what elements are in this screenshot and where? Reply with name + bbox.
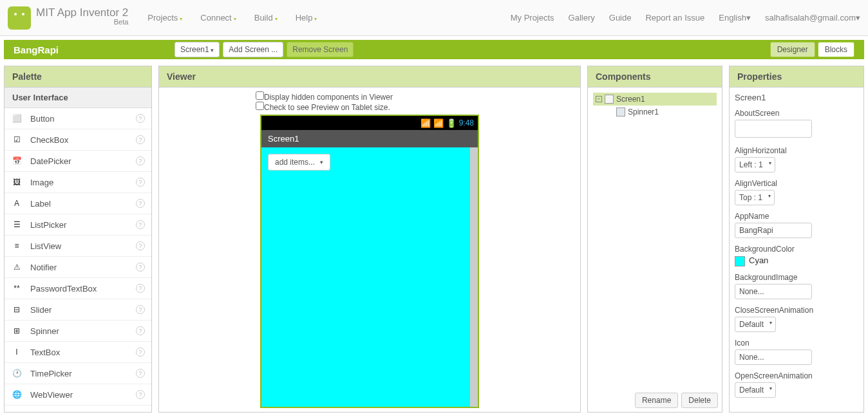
prop-backgroundcolor-color[interactable]: Cyan (735, 256, 858, 266)
palette-item-button[interactable]: ⬜ Button ? (5, 108, 151, 129)
spinner-icon (616, 107, 625, 116)
right-menu: My Projects Gallery Guide Report an Issu… (511, 13, 860, 23)
app-title: MIT App Inventor 2 (36, 6, 128, 19)
properties-panel: Properties Screen1 AboutScreenAlignHoriz… (729, 66, 864, 413)
prop-alignvertical-select[interactable]: Top : 1 (735, 190, 775, 205)
add-screen-button[interactable]: Add Screen ... (223, 42, 283, 57)
palette-item-label: WebViewer (30, 390, 136, 400)
help-icon[interactable]: ? (136, 135, 145, 144)
palette-item-datepicker[interactable]: 📅 DatePicker ? (5, 151, 151, 172)
help-icon[interactable]: ? (136, 390, 145, 399)
palette-item-label: ListPicker (30, 220, 136, 230)
help-icon[interactable]: ? (136, 241, 145, 250)
help-icon[interactable]: ? (136, 220, 145, 229)
link-gallery[interactable]: Gallery (569, 13, 595, 23)
palette-item-label: Label (30, 199, 136, 209)
help-icon[interactable]: ? (136, 284, 145, 293)
tree-spinner1[interactable]: Spinner1 (614, 106, 717, 118)
datepicker-icon: 📅 (11, 155, 23, 167)
menu-projects[interactable]: Projects▾ (147, 13, 182, 23)
screen-body[interactable]: add items... (261, 147, 478, 407)
checkbox-icon: ☑ (11, 134, 23, 145)
blocks-button[interactable]: Blocks (818, 42, 854, 57)
components-header: Components (588, 66, 722, 88)
checkbox-hidden[interactable] (256, 91, 264, 100)
prop-aboutscreen-input[interactable] (735, 120, 812, 138)
opt-tablet-preview[interactable]: Check to see Preview on Tablet size. (256, 102, 393, 112)
menu-language[interactable]: English▾ (719, 13, 751, 23)
help-icon[interactable]: ? (136, 305, 145, 314)
prop-closescreenanimation-select[interactable]: Default (735, 317, 776, 332)
palette-item-notifier[interactable]: ⚠ Notifier ? (5, 257, 151, 278)
screen-icon (605, 95, 614, 104)
palette-item-webviewer[interactable]: 🌐 WebViewer ? (5, 384, 151, 405)
prop-appname-input[interactable] (735, 223, 812, 238)
help-icon[interactable]: ? (136, 199, 145, 208)
prop-openscreenanimation-select[interactable]: Default (735, 382, 776, 398)
prop-label: AlignHorizontal (735, 146, 858, 155)
prop-label: Icon (735, 339, 858, 348)
signal-icon: 📶 (433, 118, 444, 128)
checkbox-tablet[interactable] (256, 102, 264, 110)
menu-build[interactable]: Build▾ (254, 13, 278, 23)
designer-button[interactable]: Designer (770, 42, 815, 57)
prop-icon: Icon (735, 339, 858, 365)
tree-toggle-icon[interactable]: − (596, 96, 602, 102)
phone-scrollbar[interactable] (470, 147, 478, 407)
help-icon[interactable]: ? (136, 114, 145, 123)
help-icon[interactable]: ? (136, 263, 145, 272)
delete-button[interactable]: Delete (681, 393, 718, 408)
tree-screen1[interactable]: − Screen1 (593, 93, 717, 106)
help-icon[interactable]: ? (136, 369, 145, 378)
remove-screen-button[interactable]: Remove Screen (287, 42, 354, 57)
palette-item-checkbox[interactable]: ☑ CheckBox ? (5, 129, 151, 151)
prop-appname: AppName (735, 212, 858, 238)
wifi-icon: 📶 (420, 118, 431, 128)
palette-section-ui[interactable]: User Interface (5, 88, 151, 108)
prop-openscreenanimation: OpenScreenAnimationDefault (735, 371, 858, 398)
palette-list: ⬜ Button ?☑ CheckBox ?📅 DatePicker ?🖼 Im… (5, 108, 151, 412)
prop-alignvertical: AlignVerticalTop : 1 (735, 179, 858, 205)
palette-item-passwordtextbox[interactable]: ** PasswordTextBox ? (5, 278, 151, 299)
prop-alignhorizontal-select[interactable]: Left : 1 (735, 157, 775, 172)
help-icon[interactable]: ? (136, 326, 145, 335)
palette-item-listpicker[interactable]: ☰ ListPicker ? (5, 214, 151, 236)
palette-item-image[interactable]: 🖼 Image ? (5, 172, 151, 193)
palette-item-label: Button (30, 114, 136, 124)
spinner-widget[interactable]: add items... (268, 154, 330, 171)
palette-item-label: TimePicker (30, 369, 136, 378)
opt-hidden-components[interactable]: Display hidden components in Viewer (256, 91, 393, 102)
palette-item-slider[interactable]: ⊟ Slider ? (5, 299, 151, 321)
property-component-name: Screen1 (735, 93, 858, 102)
help-icon[interactable]: ? (136, 178, 145, 187)
menu-connect[interactable]: Connect▾ (200, 13, 236, 23)
link-my-projects[interactable]: My Projects (511, 13, 554, 23)
palette-item-listview[interactable]: ≡ ListView ? (5, 236, 151, 257)
palette-item-textbox[interactable]: I TextBox ? (5, 342, 151, 363)
phone-preview: 📶 📶 🔋 9:48 Screen1 add items... (260, 115, 479, 408)
palette-item-label[interactable]: A Label ? (5, 193, 151, 214)
rename-button[interactable]: Rename (635, 393, 678, 408)
help-icon[interactable]: ? (136, 156, 145, 165)
battery-icon: 🔋 (446, 118, 457, 128)
slider-icon: ⊟ (11, 304, 23, 315)
prop-backgroundimage-input[interactable] (735, 284, 812, 299)
palette-item-timepicker[interactable]: 🕐 TimePicker ? (5, 363, 151, 384)
link-guide[interactable]: Guide (609, 13, 632, 23)
prop-icon-input[interactable] (735, 349, 812, 365)
link-report-issue[interactable]: Report an Issue (645, 13, 704, 23)
palette-panel: Palette User Interface ⬜ Button ?☑ Check… (4, 66, 152, 413)
palette-item-spinner[interactable]: ⊞ Spinner ? (5, 321, 151, 342)
screen-title-bar: Screen1 (261, 130, 478, 147)
palette-item-label: CheckBox (30, 135, 136, 145)
notifier-icon: ⚠ (11, 261, 23, 273)
viewer-panel: Viewer Display hidden components in View… (158, 66, 581, 413)
help-icon[interactable]: ? (136, 348, 145, 357)
prop-label: AppName (735, 212, 858, 221)
menu-account[interactable]: salhafisalah@gmail.com▾ (765, 13, 860, 23)
project-bar: BangRapi Screen1 Add Screen ... Remove S… (4, 40, 864, 59)
prop-backgroundimage: BackgroundImage (735, 273, 858, 299)
screen-selector[interactable]: Screen1 (175, 42, 220, 57)
menu-help[interactable]: Help▾ (296, 13, 317, 23)
palette-item-label: DatePicker (30, 156, 136, 166)
